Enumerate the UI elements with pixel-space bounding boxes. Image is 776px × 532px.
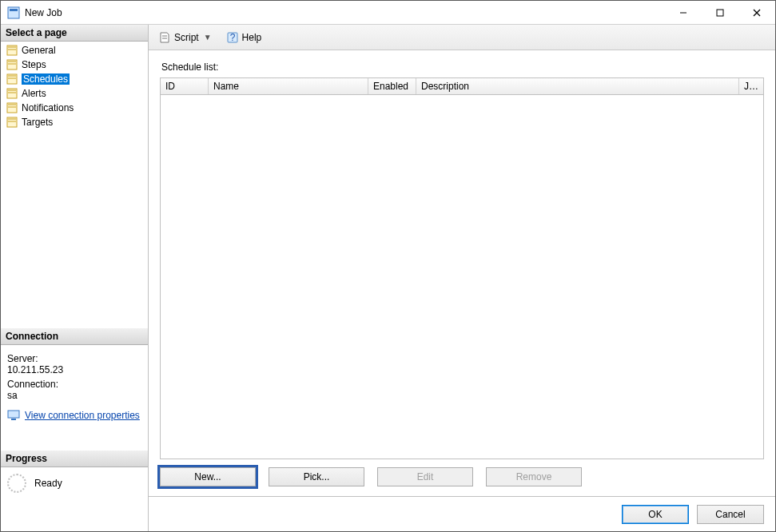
remove-button-label: Remove (516, 471, 552, 482)
new-button-label: New... (194, 471, 221, 482)
window-body: Select a page General Steps Schedules Al… (1, 25, 775, 531)
new-button[interactable]: New... (160, 467, 256, 486)
monitor-icon (7, 409, 20, 422)
sidebar-item-schedules[interactable]: Schedules (1, 72, 148, 86)
page-icon (6, 58, 18, 71)
page-icon (6, 44, 18, 57)
footer: OK Cancel (149, 496, 775, 531)
server-label: Server: (7, 353, 141, 364)
help-button[interactable]: ? Help (223, 30, 265, 46)
remove-button: Remove (486, 467, 582, 486)
server-value: 10.211.55.23 (7, 364, 141, 375)
connection-header: Connection (1, 328, 148, 345)
connection-body: Server: 10.211.55.23 Connection: sa View… (1, 345, 148, 427)
view-connection-properties-link[interactable]: View connection properties (25, 410, 140, 421)
toolbar: Script ▼ ? Help (149, 25, 775, 50)
pick-button-label: Pick... (304, 471, 330, 482)
nav-list: General Steps Schedules Alerts Notificat… (1, 42, 148, 131)
ok-button[interactable]: OK (622, 505, 689, 524)
sidebar-item-steps[interactable]: Steps (1, 58, 148, 72)
svg-rect-12 (8, 411, 19, 418)
column-description[interactable]: Description (416, 78, 739, 94)
window-title: New Job (25, 7, 665, 18)
svg-rect-1 (10, 9, 18, 11)
sidebar-item-label: Steps (22, 59, 46, 70)
schedule-list-label: Schedule list: (161, 62, 764, 73)
progress-body: Ready (1, 467, 148, 499)
sidebar-item-targets[interactable]: Targets (1, 115, 148, 129)
column-jobs[interactable]: Jo... (739, 78, 763, 94)
progress-status: Ready (34, 478, 62, 489)
sidebar-item-label: General (22, 45, 56, 56)
maximize-button[interactable] (702, 1, 738, 24)
title-bar: New Job (1, 1, 775, 25)
sidebar-item-notifications[interactable]: Notifications (1, 101, 148, 115)
script-label: Script (174, 32, 199, 43)
sidebar-item-alerts[interactable]: Alerts (1, 86, 148, 101)
chevron-down-icon: ▼ (204, 33, 212, 42)
connection-label: Connection: (7, 379, 141, 390)
page-icon (6, 73, 18, 85)
script-button[interactable]: Script ▼ (155, 30, 215, 46)
sidebar-item-general[interactable]: General (1, 43, 148, 58)
sidebar-item-label: Targets (22, 117, 53, 128)
progress-header: Progress (1, 451, 148, 467)
sidebar: Select a page General Steps Schedules Al… (1, 25, 149, 531)
edit-button: Edit (377, 467, 473, 486)
page-icon (6, 116, 18, 129)
help-icon: ? (226, 31, 239, 44)
ok-button-label: OK (648, 509, 662, 520)
svg-rect-3 (717, 10, 723, 16)
schedule-list-header: ID Name Enabled Description Jo... (160, 77, 764, 95)
sidebar-item-label: Notifications (22, 102, 74, 113)
column-name[interactable]: Name (209, 78, 368, 94)
svg-rect-13 (11, 419, 16, 420)
cancel-button-label: Cancel (715, 509, 745, 520)
select-page-header: Select a page (1, 25, 148, 42)
schedule-action-row: New... Pick... Edit Remove (160, 467, 764, 486)
sidebar-gap (1, 427, 148, 451)
sidebar-bottom-gap (1, 499, 148, 531)
sidebar-item-label: Alerts (22, 88, 46, 99)
column-enabled[interactable]: Enabled (368, 78, 416, 94)
help-label: Help (242, 32, 262, 43)
content-pane: Script ▼ ? Help Schedule list: ID Name E… (149, 25, 775, 531)
page-icon (6, 87, 18, 100)
window-buttons (665, 1, 775, 24)
progress-section: Progress Ready (1, 451, 148, 499)
app-icon (7, 6, 20, 19)
pick-button[interactable]: Pick... (269, 467, 364, 486)
sidebar-spacer (1, 131, 148, 328)
content-inner: Schedule list: ID Name Enabled Descripti… (149, 50, 775, 496)
connection-link-row: View connection properties (7, 409, 141, 422)
schedule-list-body[interactable] (160, 95, 764, 459)
connection-section: Connection Server: 10.211.55.23 Connecti… (1, 328, 148, 427)
spinner-icon (7, 474, 26, 493)
minimize-button[interactable] (665, 1, 702, 24)
script-icon (158, 31, 171, 44)
column-id[interactable]: ID (161, 78, 209, 94)
cancel-button[interactable]: Cancel (697, 505, 764, 524)
window-root: New Job Select a page General (0, 0, 776, 532)
page-icon (6, 101, 18, 114)
close-button[interactable] (738, 1, 775, 24)
sidebar-item-label: Schedules (22, 73, 70, 85)
edit-button-label: Edit (417, 471, 434, 482)
svg-text:?: ? (229, 32, 235, 43)
connection-value: sa (7, 390, 141, 401)
